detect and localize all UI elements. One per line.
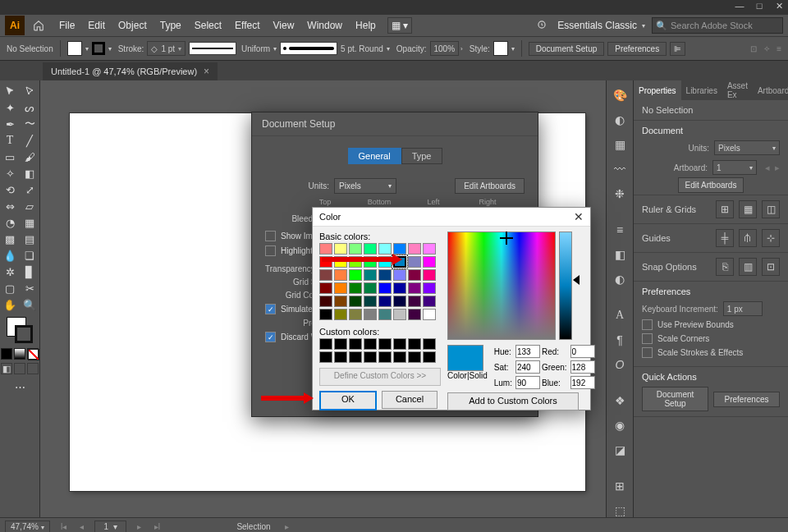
basic-swatch[interactable] <box>423 282 436 294</box>
stroke-weight[interactable]: ◇1 pt▾ <box>147 41 186 56</box>
zoom-field[interactable]: 47,74% ▾ <box>5 521 50 533</box>
add-custom-button[interactable]: Add to Custom Colors <box>447 392 579 410</box>
define-custom-button[interactable]: Define Custom Colors >> <box>319 368 441 386</box>
style-swatch[interactable] <box>493 41 508 56</box>
custom-swatch[interactable] <box>393 351 406 363</box>
custom-swatch[interactable] <box>364 338 377 350</box>
guides-show-icon[interactable]: ╪ <box>716 229 734 247</box>
direct-selection-tool[interactable] <box>21 84 39 99</box>
none-mode[interactable] <box>27 348 39 360</box>
mesh-tool[interactable]: ▩ <box>1 232 19 246</box>
doc-tab[interactable]: Untitled-1 @ 47,74% (RGB/Preview) × <box>43 62 218 80</box>
transparency-panel-icon[interactable]: ◐ <box>612 273 627 286</box>
artboard-tool[interactable]: ▢ <box>1 281 19 296</box>
menu-select[interactable]: Select <box>188 16 228 34</box>
menu-object[interactable]: Object <box>112 16 153 34</box>
paintbrush-tool[interactable]: 🖌 <box>21 149 39 164</box>
rectangle-tool[interactable]: ▭ <box>1 149 19 164</box>
color-panel-icon[interactable]: 🎨 <box>612 89 627 102</box>
green-input[interactable] <box>570 360 595 374</box>
custom-swatch[interactable] <box>319 351 332 363</box>
units-select[interactable]: Pixels▾ <box>714 140 780 155</box>
edit-artboards-button[interactable]: Edit Artboards <box>678 177 744 193</box>
basic-swatch[interactable] <box>364 309 377 320</box>
snap-point-icon[interactable]: ⎘ <box>716 258 734 276</box>
basic-swatch[interactable] <box>378 256 392 268</box>
basic-swatch[interactable] <box>349 243 362 255</box>
lum-input[interactable] <box>515 376 540 389</box>
fill-drop[interactable]: ▾ <box>85 45 89 53</box>
zoom-tool[interactable]: 🔍 <box>21 297 39 312</box>
cb-show-images[interactable] <box>265 231 276 241</box>
basic-swatch[interactable] <box>364 282 377 294</box>
magic-wand-tool[interactable]: ✦ <box>1 100 19 115</box>
gradient-mode[interactable] <box>14 348 25 360</box>
stroke-profile[interactable] <box>189 42 236 55</box>
edit-toolbar-icon[interactable]: ⋯ <box>11 379 29 394</box>
preferences-button[interactable]: Preferences <box>607 42 667 56</box>
basic-swatch[interactable] <box>364 243 377 255</box>
cb-highlight-sub[interactable] <box>265 245 276 256</box>
draw-inside[interactable] <box>27 363 39 374</box>
nav-last[interactable]: ▸I <box>152 522 163 531</box>
basic-swatch[interactable] <box>378 243 392 255</box>
layers-panel-icon[interactable]: ❖ <box>612 394 627 407</box>
tab-general[interactable]: General <box>348 148 401 164</box>
menu-type[interactable]: Type <box>153 16 188 34</box>
basic-swatch[interactable] <box>319 296 332 307</box>
basic-swatch[interactable] <box>349 296 362 307</box>
menu-file[interactable]: File <box>53 16 81 34</box>
basic-swatch[interactable] <box>349 309 362 320</box>
shape-builder-tool[interactable]: ◔ <box>1 215 19 230</box>
basic-swatch[interactable] <box>393 269 406 281</box>
grid-icon[interactable]: ▦ <box>739 200 757 218</box>
custom-swatch[interactable] <box>393 338 406 350</box>
curvature-tool[interactable]: 〜 <box>21 117 39 131</box>
basic-swatch[interactable] <box>349 256 362 268</box>
ok-button[interactable]: OK <box>319 391 377 410</box>
basic-swatch[interactable] <box>408 296 421 307</box>
custom-swatch[interactable] <box>349 351 362 363</box>
nav-prev[interactable]: ◂ <box>77 522 86 531</box>
hue-input[interactable] <box>515 345 540 358</box>
basic-swatch[interactable] <box>334 269 347 281</box>
custom-swatch[interactable] <box>349 338 362 350</box>
basic-swatch[interactable] <box>423 309 436 320</box>
fill-swatch[interactable] <box>67 41 82 56</box>
basic-swatch[interactable] <box>393 296 406 307</box>
artboard-num[interactable]: 1 ▾ <box>94 521 126 533</box>
selection-tool[interactable] <box>1 84 19 99</box>
basic-swatch[interactable] <box>319 243 332 255</box>
tab-asset-export[interactable]: Asset Ex <box>722 80 753 100</box>
ds-edit-artboards[interactable]: Edit Artboards <box>455 178 525 194</box>
graph-tool[interactable]: ▊ <box>21 264 39 279</box>
align-panel-icon[interactable]: ⊞ <box>612 479 627 493</box>
prev-artboard-icon[interactable]: ◂ <box>762 163 770 173</box>
swatches-panel-icon[interactable]: ▦ <box>612 138 627 151</box>
brush-def[interactable] <box>280 42 337 55</box>
draw-behind[interactable] <box>14 363 25 374</box>
basic-swatch[interactable] <box>408 269 421 281</box>
draw-mode[interactable]: ◧ <box>1 363 12 374</box>
stroke-swatch[interactable] <box>92 42 105 55</box>
pathfinder-panel-icon[interactable]: ♣ <box>612 529 627 532</box>
color-guide-icon[interactable]: ◐ <box>612 113 627 126</box>
cancel-button[interactable]: Cancel <box>382 391 438 409</box>
lasso-tool[interactable]: ᔕ <box>21 100 39 115</box>
basic-swatch[interactable] <box>364 256 377 268</box>
gradient-tool[interactable]: ▤ <box>21 232 39 246</box>
transform-icon[interactable]: ✧ <box>763 44 770 53</box>
symbol-sprayer-tool[interactable]: ✲ <box>1 264 19 279</box>
perspective-tool[interactable]: ▦ <box>21 215 39 230</box>
eyedropper-tool[interactable]: 💧 <box>1 248 19 263</box>
nav-next[interactable]: ▸ <box>135 522 144 531</box>
qa-preferences[interactable]: Preferences <box>713 392 780 407</box>
basic-swatch[interactable] <box>408 243 421 255</box>
sat-input[interactable] <box>515 360 540 374</box>
close-button[interactable]: ✕ <box>773 0 785 11</box>
basic-swatch[interactable] <box>319 282 332 294</box>
workspace-switcher[interactable]: Essentials Classic <box>557 20 637 31</box>
basic-swatch[interactable] <box>364 269 377 281</box>
line-tool[interactable]: ╱ <box>21 133 39 148</box>
custom-swatch[interactable] <box>334 338 347 350</box>
